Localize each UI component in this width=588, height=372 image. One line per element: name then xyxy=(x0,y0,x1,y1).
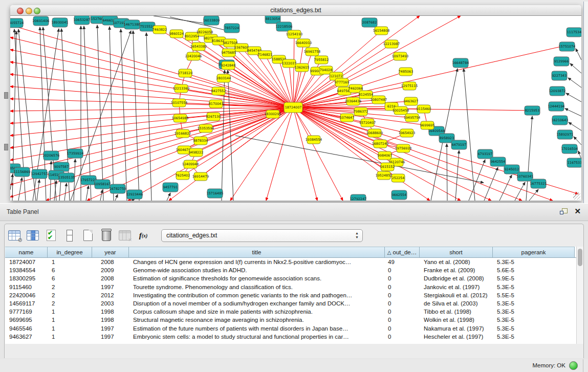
graph-edge[interactable] xyxy=(566,93,581,102)
graph-node[interactable]: 10760341 xyxy=(517,172,534,181)
graph-node[interactable]: 16775321 xyxy=(530,179,547,188)
graph-edge[interactable] xyxy=(447,144,447,201)
graph-node[interactable]: 12444194 xyxy=(548,102,565,111)
table-cell-in_degree[interactable]: 6 xyxy=(48,274,92,282)
graph-edge[interactable] xyxy=(499,175,512,201)
table-cell-in_degree[interactable]: 1 xyxy=(48,316,92,324)
table-cell-in_degree[interactable]: 2 xyxy=(48,299,92,308)
column-header-out_degree[interactable]: △out_de… xyxy=(385,247,420,257)
graph-node[interactable]: 11254193 xyxy=(286,30,303,38)
graph-node[interactable]: 8215953 xyxy=(525,106,540,115)
graph-node[interactable]: 13505135 xyxy=(58,173,75,182)
graph-node[interactable]: 16807249 xyxy=(372,140,389,148)
panel-edge-handle[interactable] xyxy=(4,92,8,99)
graph-node[interactable]: 18300295 xyxy=(265,110,281,118)
graph-edge[interactable] xyxy=(84,26,91,201)
graph-node[interactable]: 10688609 xyxy=(366,129,383,137)
graph-node[interactable]: 20691406 xyxy=(33,16,50,26)
graph-edge[interactable] xyxy=(10,25,293,107)
table-cell-name[interactable]: 9115460 xyxy=(5,283,48,291)
table-scrollbar[interactable] xyxy=(576,247,583,344)
graph-edge[interactable] xyxy=(10,74,293,107)
graph-node[interactable]: 18724007 xyxy=(284,102,302,113)
graph-node[interactable]: 15716485 xyxy=(207,189,224,198)
graph-node[interactable]: 1615152 xyxy=(380,163,395,171)
graph-edge[interactable] xyxy=(484,167,498,201)
clear-selection-icon[interactable] xyxy=(63,229,76,242)
table-cell-short[interactable]: Franke et al. (2009) xyxy=(420,266,493,274)
table-cell-year[interactable]: 2008 xyxy=(92,274,129,282)
graph-node[interactable]: 9115460 xyxy=(417,105,431,113)
graph-node[interactable]: 9662554 xyxy=(391,190,407,200)
table-cell-name[interactable]: 19384554 xyxy=(5,266,48,274)
graph-node[interactable]: 8878334 xyxy=(193,137,208,145)
table-cell-in_degree[interactable]: 2 xyxy=(48,283,92,291)
graph-node[interactable]: 7463822 xyxy=(153,26,167,34)
table-cell-out_degree[interactable]: 0 xyxy=(385,283,420,291)
table-cell-name[interactable]: 9777169 xyxy=(5,308,48,316)
graph-edge[interactable] xyxy=(293,107,532,111)
graph-node[interactable]: 16210643 xyxy=(552,116,569,125)
graph-node[interactable]: 9984067 xyxy=(378,151,392,160)
graph-node[interactable]: 9475685 xyxy=(222,49,236,57)
graph-edge[interactable] xyxy=(565,108,581,116)
function-builder-icon[interactable]: f(x) xyxy=(137,229,150,242)
graph-node[interactable]: 252254 xyxy=(391,174,405,182)
graph-node[interactable]: 9242848 xyxy=(221,61,235,70)
graph-node[interactable]: 7986372 xyxy=(354,107,368,116)
table-row[interactable]: 977716911998Corpus callosum shape and si… xyxy=(5,308,582,316)
close-panel-icon[interactable]: ✕ xyxy=(574,207,581,216)
table-row[interactable]: 2242004622012Investigating the contribut… xyxy=(5,291,582,299)
table-cell-title[interactable]: Tourette syndrome. Phenomenology and cla… xyxy=(129,283,385,291)
graph-node[interactable]: 9129966 xyxy=(554,57,569,66)
delete-table-icon[interactable] xyxy=(100,229,113,242)
graph-node[interactable]: 14671388 xyxy=(124,20,141,29)
network-window-titlebar[interactable]: citations_edges.txt xyxy=(10,5,581,16)
table-cell-short[interactable]: Wolkin et al. (1998) xyxy=(420,316,493,324)
graph-edge[interactable] xyxy=(568,78,581,87)
table-cell-title[interactable]: Corpus callosum shape and size in male p… xyxy=(129,308,385,316)
panel-edge-handle[interactable] xyxy=(4,144,8,150)
table-cell-in_degree[interactable]: 1 xyxy=(48,324,92,333)
graph-node[interactable]: 12792247 xyxy=(350,194,367,201)
graph-node[interactable]: 9777169 xyxy=(335,78,349,86)
graph-edge[interactable] xyxy=(185,73,293,107)
graph-edge[interactable] xyxy=(121,29,127,201)
column-header-year[interactable]: year xyxy=(92,247,129,257)
table-cell-pagerank[interactable]: 5.3E-5 xyxy=(493,308,575,316)
graph-node[interactable]: 19166822 xyxy=(175,129,191,138)
table-cell-title[interactable]: Changes of HCN gene expression and I(f) … xyxy=(129,258,385,266)
graph-node[interactable]: 10973493 xyxy=(392,52,409,60)
graph-node[interactable]: 11156869 xyxy=(14,167,31,177)
graph-node[interactable]: 9245012 xyxy=(504,165,519,174)
table-cell-year[interactable]: 2009 xyxy=(92,266,129,274)
graph-node[interactable]: 17016504 xyxy=(561,144,578,154)
table-cell-name[interactable]: 9463627 xyxy=(5,333,48,341)
network-window[interactable]: citations_edges.txt 14055724206914061893… xyxy=(10,5,581,201)
table-cell-year[interactable]: 1997 xyxy=(92,283,129,291)
graph-node[interactable]: 9457791 xyxy=(163,183,178,192)
table-cell-name[interactable]: 18300295 xyxy=(5,274,48,282)
network-view[interactable]: 1405572420691406189300411065328715276026… xyxy=(10,16,581,201)
table-cell-pagerank[interactable]: 5.3E-5 xyxy=(493,316,575,324)
table-cell-pagerank[interactable]: 5.9E-5 xyxy=(493,274,575,282)
table-cell-year[interactable]: 1998 xyxy=(92,316,129,324)
table-cell-out_degree[interactable]: 0 xyxy=(385,316,420,324)
table-cell-pagerank[interactable]: 5.3E-5 xyxy=(493,333,575,341)
table-cell-short[interactable]: Yano et al. (2008) xyxy=(420,258,493,266)
table-cell-out_degree[interactable]: 49 xyxy=(385,258,420,266)
graph-node[interactable]: 7146821 xyxy=(258,51,272,59)
graph-edge[interactable] xyxy=(293,34,294,107)
graph-node[interactable]: 16154808 xyxy=(373,27,390,35)
table-cell-out_degree[interactable]: 0 xyxy=(385,308,420,316)
graph-node[interactable]: 12213369 xyxy=(173,84,190,93)
graph-node[interactable]: 12218506 xyxy=(276,22,293,31)
table-cell-out_degree[interactable]: 0 xyxy=(385,291,420,299)
graph-node[interactable]: 10807487 xyxy=(371,96,387,104)
table-cell-pagerank[interactable]: 5.6E-5 xyxy=(493,266,575,274)
graph-node[interactable]: 15892971 xyxy=(557,130,574,139)
table-row[interactable]: 946362711997Embryonic stem cells: a mode… xyxy=(5,333,582,341)
window-resize-grip[interactable] xyxy=(573,192,580,200)
graph-node[interactable]: 12409948 xyxy=(182,160,199,168)
graph-edge[interactable] xyxy=(133,31,139,201)
